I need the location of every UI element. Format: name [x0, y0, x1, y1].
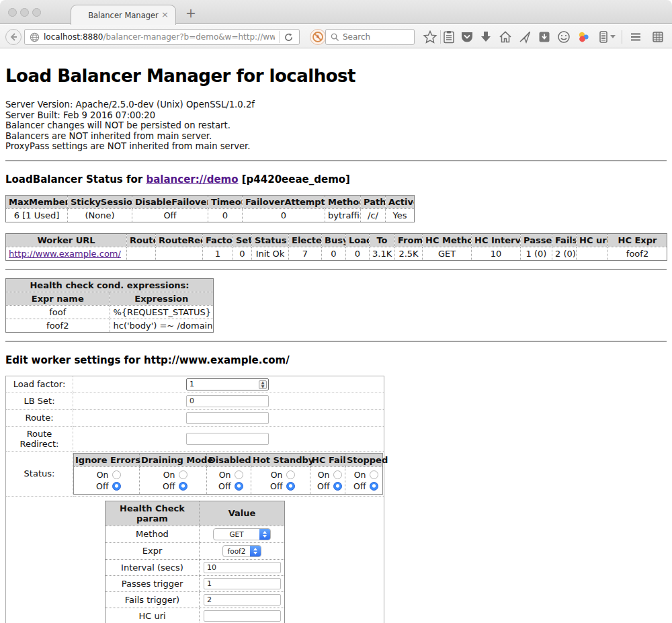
blocker-extension-button[interactable]: [310, 29, 326, 45]
cell-routeredir: [156, 247, 203, 260]
search-input[interactable]: [343, 32, 407, 42]
hot-standby-off-radio[interactable]: [286, 482, 295, 491]
reload-icon[interactable]: [284, 32, 294, 42]
header-cell: HC Expr: [608, 233, 667, 247]
back-icon: [9, 32, 18, 42]
cell-method: bytraffic: [325, 208, 361, 222]
heading-suffix: [p4420eeae_demo]: [239, 173, 350, 185]
toolbar-divider: [440, 30, 441, 44]
cell-worker-url: http://www.example.com/: [6, 247, 127, 260]
balancer-status-heading: LoadBalancer Status for balancer://demo …: [5, 173, 667, 185]
expression-row: foof2 hc('body') =~ /domain is establish…: [6, 319, 214, 332]
tab-close-icon[interactable]: ×: [161, 10, 169, 19]
cell-timeout: 0: [208, 208, 243, 222]
worker-url-link[interactable]: http://www.example.com/: [9, 249, 121, 259]
fails-input[interactable]: [204, 594, 281, 606]
number-stepper-icon[interactable]: ▲▼: [259, 380, 267, 389]
table-header-row: Expr name Expression: [6, 292, 214, 305]
hc-param-label: Expr: [106, 542, 200, 559]
url-text[interactable]: localhost:8880/balancer-manager?b=demo&w…: [44, 32, 275, 42]
passes-input[interactable]: [204, 578, 281, 589]
cell-from: 2.5K: [395, 247, 423, 260]
radio-label: Off: [93, 481, 109, 491]
download-icon[interactable]: [478, 30, 493, 44]
stopped-off-radio[interactable]: [370, 482, 378, 491]
menu-icon[interactable]: [628, 30, 643, 44]
lb-set-input[interactable]: [186, 395, 269, 407]
feedback-smiley-icon[interactable]: [556, 30, 571, 44]
header-cell: Busy: [322, 233, 346, 247]
method-select[interactable]: GET: [213, 528, 271, 540]
hc-row-uri: HC uri: [106, 608, 285, 623]
url-domain: localhost:8880: [44, 32, 103, 42]
interval-input[interactable]: [204, 562, 281, 573]
header-cell: Worker URL: [6, 233, 127, 247]
header-cell: Stopped: [345, 453, 383, 466]
header-cell: Elected: [289, 233, 322, 247]
chevron-down-icon[interactable]: [610, 35, 616, 38]
route-redirect-input[interactable]: [186, 433, 269, 445]
window-close-button[interactable]: [8, 8, 17, 17]
window-zoom-button[interactable]: [32, 8, 41, 17]
url-bar[interactable]: localhost:8880/balancer-manager?b=demo&w…: [24, 29, 300, 45]
stopped-on-radio[interactable]: [370, 470, 378, 479]
header-cell: To: [370, 233, 395, 247]
cell-factor: 1: [203, 247, 233, 260]
reading-list-icon[interactable]: [442, 30, 456, 44]
balancer-link[interactable]: balancer://demo: [146, 173, 238, 185]
colored-dots-icon[interactable]: [576, 30, 591, 44]
back-button[interactable]: [5, 29, 22, 45]
disabled-off-radio[interactable]: [235, 482, 243, 491]
grid-icon[interactable]: [650, 30, 665, 44]
save-square-icon[interactable]: [537, 30, 552, 44]
blocker-icon: [312, 31, 324, 43]
container-icon[interactable]: [596, 30, 611, 44]
send-icon[interactable]: [517, 30, 532, 44]
ignore-errors-on-radio[interactable]: [112, 470, 121, 479]
header-cell: From: [395, 233, 423, 247]
cell-expression: %{REQUEST_STATUS} =~ /^[234]/: [110, 305, 214, 319]
globe-icon: [30, 32, 40, 42]
form-row-route: Route:: [6, 409, 384, 426]
browser-tab[interactable]: Balancer Manager ×: [71, 5, 176, 25]
divider: [5, 341, 667, 342]
expr-select[interactable]: foof2: [222, 545, 261, 557]
proxypass-note-line: ProxyPass settings are NOT inherited fro…: [5, 141, 667, 152]
hc-fail-off-radio[interactable]: [333, 482, 342, 491]
search-box[interactable]: [325, 29, 415, 45]
radio-label: On: [314, 470, 330, 480]
edit-worker-form: Load factor: ▲▼ LB Set: Route: Route Red…: [5, 376, 384, 623]
hc-uri-input[interactable]: [204, 610, 281, 622]
pocket-icon[interactable]: [460, 30, 474, 44]
bookmark-star-icon[interactable]: [423, 30, 437, 44]
persist-note-line: Balancer changes will NOT be persisted o…: [5, 120, 667, 131]
draining-mode-on-radio[interactable]: [179, 470, 187, 479]
hc-fail-on-radio[interactable]: [333, 470, 342, 479]
table-header-row: MaxMembers StickySession DisableFailover…: [6, 195, 415, 208]
draining-mode-off-radio[interactable]: [179, 482, 187, 491]
ignore-errors-off-radio[interactable]: [112, 482, 121, 491]
worker-row: http://www.example.com/ 1 0 Init Ok 7 0 …: [6, 247, 667, 260]
header-cell: HC uri: [577, 233, 608, 247]
header-cell: HC Fail: [310, 453, 345, 466]
header-cell: Path: [361, 195, 386, 208]
header-cell: FailoverAttempts: [243, 195, 325, 208]
disabled-on-radio[interactable]: [235, 470, 243, 479]
route-input[interactable]: [186, 412, 269, 424]
hc-param-label: Passes trigger: [106, 575, 200, 591]
window-minimize-button[interactable]: [20, 8, 29, 17]
new-tab-button[interactable]: +: [185, 5, 196, 20]
expressions-table: Health check cond. expressions: Expr nam…: [5, 278, 214, 333]
home-icon[interactable]: [498, 30, 513, 44]
radio-label: On: [215, 470, 231, 480]
url-path: /balancer-manager?b=demo&w=http://www.ex…: [103, 32, 275, 42]
cell-hc-interval: 10: [472, 247, 521, 260]
table-title-row: Health check cond. expressions:: [6, 278, 214, 292]
balancer-summary-table: MaxMembers StickySession DisableFailover…: [5, 195, 415, 222]
cell-passes: 1 (0): [521, 247, 552, 260]
load-factor-stepper[interactable]: ▲▼: [186, 378, 269, 390]
hot-standby-on-radio[interactable]: [286, 470, 295, 479]
search-icon: [331, 33, 339, 42]
load-factor-input[interactable]: [186, 378, 269, 390]
header-cell: Timeout: [208, 195, 243, 208]
